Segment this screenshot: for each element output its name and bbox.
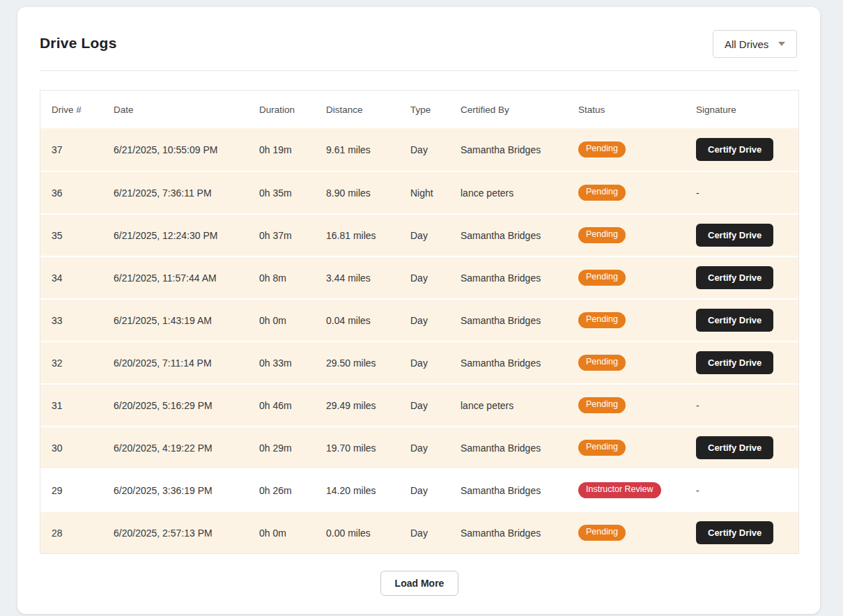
date-cell: 6/20/2025, 5:16:29 PM xyxy=(114,400,259,411)
column-header-status: Status xyxy=(578,105,696,115)
signature-cell: - xyxy=(696,187,798,199)
drive-number-cell: 29 xyxy=(52,485,114,496)
certified-by-cell: Samantha Bridges xyxy=(461,230,578,241)
table-row: 31 6/20/2025, 5:16:29 PM 0h 46m 29.49 mi… xyxy=(40,383,798,426)
duration-cell: 0h 35m xyxy=(259,187,326,199)
drive-filter-selected-value: All Drives xyxy=(725,38,768,50)
column-header-drive-number: Drive # xyxy=(52,105,114,115)
signature-empty: - xyxy=(696,400,699,411)
status-badge: Pending xyxy=(578,397,626,413)
date-cell: 6/21/2025, 11:57:44 AM xyxy=(114,272,259,284)
status-cell: Pending xyxy=(578,227,696,243)
type-cell: Day xyxy=(410,485,461,496)
type-cell: Night xyxy=(410,187,461,199)
load-more-container: Load More xyxy=(40,571,799,596)
drive-number-cell: 28 xyxy=(52,528,114,539)
table-row: 37 6/21/2025, 10:55:09 PM 0h 19m 9.61 mi… xyxy=(40,128,798,171)
certified-by-cell: lance peters xyxy=(461,400,578,411)
distance-cell: 3.44 miles xyxy=(326,272,410,284)
table-row: 35 6/21/2025, 12:24:30 PM 0h 37m 16.81 m… xyxy=(40,213,798,256)
drive-logs-card: Drive Logs All Drives Drive # Date Durat… xyxy=(17,7,820,614)
status-cell: Pending xyxy=(578,270,696,286)
status-badge: Pending xyxy=(578,141,626,157)
certified-by-cell: Samantha Bridges xyxy=(461,357,578,369)
signature-cell: Certify Drive xyxy=(696,138,798,161)
status-badge: Instructor Review xyxy=(578,482,661,498)
date-cell: 6/20/2025, 7:11:14 PM xyxy=(114,357,259,369)
table-row: 28 6/20/2025, 2:57:13 PM 0h 0m 0.00 mile… xyxy=(40,511,798,553)
drive-logs-table: Drive # Date Duration Distance Type Cert… xyxy=(40,90,799,554)
certify-drive-button[interactable]: Certify Drive xyxy=(696,224,773,247)
type-cell: Day xyxy=(410,400,461,411)
certify-drive-button[interactable]: Certify Drive xyxy=(696,351,773,374)
certified-by-cell: lance peters xyxy=(461,187,578,199)
duration-cell: 0h 19m xyxy=(259,144,326,155)
load-more-button[interactable]: Load More xyxy=(380,571,459,596)
column-header-distance: Distance xyxy=(326,105,410,115)
status-badge: Pending xyxy=(578,312,626,328)
column-header-date: Date xyxy=(114,105,259,115)
status-badge: Pending xyxy=(578,525,626,541)
status-cell: Pending xyxy=(578,440,696,456)
date-cell: 6/21/2025, 12:24:30 PM xyxy=(114,230,259,241)
table-row: 32 6/20/2025, 7:11:14 PM 0h 33m 29.50 mi… xyxy=(40,341,798,383)
date-cell: 6/21/2025, 1:43:19 AM xyxy=(114,315,259,326)
distance-cell: 14.20 miles xyxy=(326,485,410,496)
duration-cell: 0h 33m xyxy=(259,357,326,369)
duration-cell: 0h 0m xyxy=(259,528,326,539)
distance-cell: 29.50 miles xyxy=(326,357,410,369)
certify-drive-button[interactable]: Certify Drive xyxy=(696,436,773,459)
status-cell: Pending xyxy=(578,397,696,413)
distance-cell: 0.04 miles xyxy=(326,315,410,326)
table-row: 36 6/21/2025, 7:36:11 PM 0h 35m 8.90 mil… xyxy=(40,171,798,213)
duration-cell: 0h 26m xyxy=(259,485,326,496)
duration-cell: 0h 0m xyxy=(259,315,326,326)
drive-number-cell: 32 xyxy=(52,357,114,369)
drive-number-cell: 36 xyxy=(52,187,114,199)
column-header-signature: Signature xyxy=(696,105,798,115)
drive-number-cell: 35 xyxy=(52,230,114,241)
page-title: Drive Logs xyxy=(40,35,798,52)
drive-number-cell: 31 xyxy=(52,400,114,411)
table-row: 29 6/20/2025, 3:36:19 PM 0h 26m 14.20 mi… xyxy=(40,468,798,511)
title-divider xyxy=(40,70,798,71)
signature-empty: - xyxy=(696,187,699,199)
type-cell: Day xyxy=(410,528,461,539)
status-cell: Instructor Review xyxy=(578,482,696,498)
column-header-type: Type xyxy=(410,105,461,115)
certified-by-cell: Samantha Bridges xyxy=(461,272,578,284)
certify-drive-button[interactable]: Certify Drive xyxy=(696,266,773,289)
certified-by-cell: Samantha Bridges xyxy=(461,144,578,155)
date-cell: 6/20/2025, 3:36:19 PM xyxy=(114,485,259,496)
type-cell: Day xyxy=(410,230,461,241)
certified-by-cell: Samantha Bridges xyxy=(461,442,578,454)
table-row: 34 6/21/2025, 11:57:44 AM 0h 8m 3.44 mil… xyxy=(40,256,798,298)
signature-cell: Certify Drive xyxy=(696,309,798,332)
column-header-certified-by: Certified By xyxy=(461,105,578,115)
signature-cell: Certify Drive xyxy=(696,521,798,544)
signature-cell: Certify Drive xyxy=(696,351,798,374)
distance-cell: 19.70 miles xyxy=(326,442,410,454)
duration-cell: 0h 8m xyxy=(259,272,326,284)
type-cell: Day xyxy=(410,357,461,369)
distance-cell: 0.00 miles xyxy=(326,528,410,539)
certify-drive-button[interactable]: Certify Drive xyxy=(696,309,773,332)
status-cell: Pending xyxy=(578,355,696,371)
drive-filter-dropdown[interactable]: All Drives xyxy=(713,30,797,58)
certify-drive-button[interactable]: Certify Drive xyxy=(696,521,773,544)
certified-by-cell: Samantha Bridges xyxy=(461,485,578,496)
status-cell: Pending xyxy=(578,185,696,201)
chevron-down-icon xyxy=(778,42,785,46)
certified-by-cell: Samantha Bridges xyxy=(461,315,578,326)
date-cell: 6/20/2025, 2:57:13 PM xyxy=(114,528,259,539)
type-cell: Day xyxy=(410,144,461,155)
column-header-duration: Duration xyxy=(259,105,326,115)
signature-cell: Certify Drive xyxy=(696,224,798,247)
signature-cell: - xyxy=(696,400,798,411)
status-badge: Pending xyxy=(578,270,626,286)
date-cell: 6/20/2025, 4:19:22 PM xyxy=(114,442,259,454)
status-badge: Pending xyxy=(578,440,626,456)
signature-empty: - xyxy=(696,485,699,496)
certify-drive-button[interactable]: Certify Drive xyxy=(696,138,773,161)
distance-cell: 29.49 miles xyxy=(326,400,410,411)
